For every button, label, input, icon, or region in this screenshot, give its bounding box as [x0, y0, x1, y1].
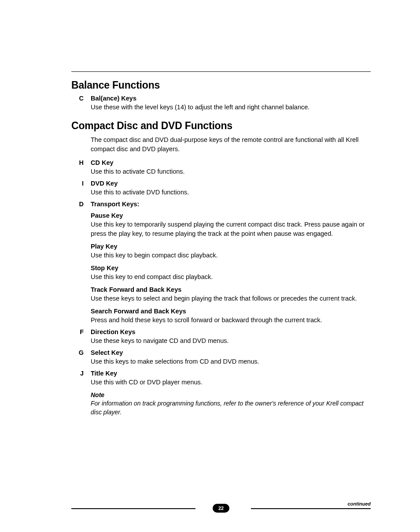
cd-dvd-intro: The compact disc and DVD dual-purpose ke… — [91, 135, 371, 154]
item-letter: J — [71, 370, 84, 377]
footer-left-rule — [71, 508, 195, 509]
item-label: J Title Key — [71, 370, 371, 377]
note-body: For information on track programming fun… — [91, 399, 371, 417]
item-letter: H — [71, 159, 84, 166]
sub-track-keys-desc: Use these keys to select and begin playi… — [91, 294, 371, 303]
content-area: Balance Functions C Bal(ance) Keys Use t… — [71, 79, 371, 417]
item-letter: I — [71, 180, 84, 187]
sub-search-keys-head: Search Forward and Back Keys — [91, 308, 371, 315]
balance-functions-heading: Balance Functions — [71, 79, 371, 91]
sub-play-key-desc: Use this key to begin compact disc playb… — [91, 251, 371, 260]
item-letter: G — [71, 349, 84, 356]
item-name: CD Key — [91, 159, 371, 166]
item-label: H CD Key — [71, 159, 371, 166]
item-letter: C — [71, 95, 84, 102]
sub-pause-key-desc: Use this key to temporarily suspend play… — [91, 220, 371, 238]
item-desc: Use this to activate DVD functions. — [91, 188, 371, 197]
item-dvd-key: I DVD Key Use this to activate DVD funct… — [71, 180, 371, 197]
footer: 22 continued — [71, 504, 371, 514]
sub-stop-key-desc: Use this key to end compact disc playbac… — [91, 272, 371, 282]
page-number: 22 — [218, 506, 224, 511]
item-letter: F — [71, 328, 84, 335]
sub-track-keys-head: Track Forward and Back Keys — [91, 286, 371, 293]
page-number-badge: 22 — [213, 504, 229, 513]
item-name: Title Key — [91, 370, 371, 377]
item-balance-keys: C Bal(ance) Keys Use these with the leve… — [71, 95, 371, 112]
item-name: Bal(ance) Keys — [91, 95, 371, 102]
continued-label: continued — [347, 501, 371, 506]
page: Balance Functions C Bal(ance) Keys Use t… — [0, 0, 420, 532]
footer-right-rule — [251, 508, 371, 509]
item-direction-keys: F Direction Keys Use these keys to navig… — [71, 328, 371, 346]
item-desc: Use this to activate CD functions. — [91, 167, 371, 176]
sub-stop-key-head: Stop Key — [91, 264, 371, 272]
sub-pause-key-head: Pause Key — [91, 212, 371, 219]
item-letter: D — [71, 201, 84, 208]
cd-dvd-functions-heading: Compact Disc and DVD Functions — [71, 120, 371, 132]
item-name: Transport Keys: — [91, 201, 371, 208]
item-cd-key: H CD Key Use this to activate CD functio… — [71, 159, 371, 176]
item-label: F Direction Keys — [71, 328, 371, 335]
note-head: Note — [91, 391, 371, 398]
item-label: C Bal(ance) Keys — [71, 95, 371, 102]
sub-search-keys-desc: Press and hold these keys to scroll forw… — [91, 316, 371, 325]
top-rule — [71, 71, 371, 72]
item-label: I DVD Key — [71, 180, 371, 187]
item-desc: Use these keys to navigate CD and DVD me… — [91, 336, 371, 346]
item-label: G Select Key — [71, 349, 371, 356]
item-label: D Transport Keys: — [71, 201, 371, 208]
item-desc: Use this with CD or DVD player menus. — [91, 378, 371, 387]
item-name: DVD Key — [91, 180, 371, 187]
item-title-key: J Title Key Use this with CD or DVD play… — [71, 370, 371, 387]
item-name: Direction Keys — [91, 328, 371, 335]
item-name: Select Key — [91, 349, 371, 356]
item-transport-keys: D Transport Keys: Pause Key Use this key… — [71, 201, 371, 325]
item-desc: Use these with the level keys (14) to ad… — [91, 103, 371, 112]
sub-play-key-head: Play Key — [91, 243, 371, 250]
item-select-key: G Select Key Use this keys to make selec… — [71, 349, 371, 366]
item-desc: Use this keys to make selections from CD… — [91, 357, 371, 366]
